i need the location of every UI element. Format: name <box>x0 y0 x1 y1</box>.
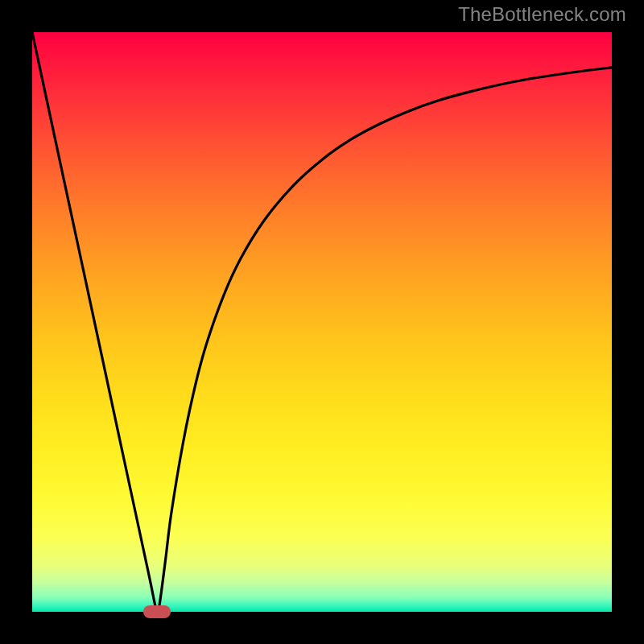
bottleneck-curve <box>32 32 612 612</box>
watermark-text: TheBottleneck.com <box>458 3 626 26</box>
chart-frame: TheBottleneck.com <box>0 0 644 644</box>
plot-area <box>32 32 612 612</box>
minimum-marker <box>143 605 171 618</box>
